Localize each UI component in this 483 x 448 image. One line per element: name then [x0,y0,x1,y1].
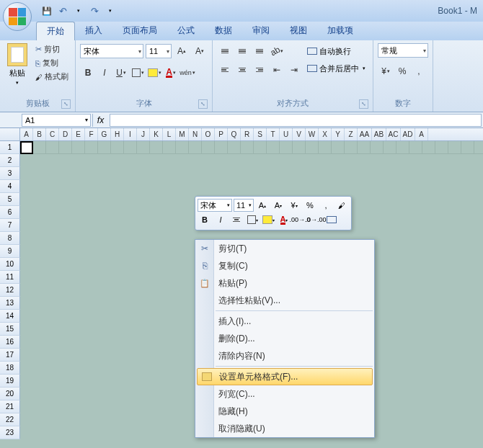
mini-format-painter[interactable] [334,199,349,212]
mini-grow-font[interactable]: A▴ [255,199,270,212]
align-center-button[interactable] [234,62,250,78]
row-header[interactable]: 20 [0,387,20,400]
cut-button[interactable]: 剪切 [33,43,71,55]
font-launcher[interactable]: ⤡ [198,99,208,109]
row-header[interactable]: 5 [0,193,20,206]
comma-button[interactable]: , [411,63,427,79]
row-header[interactable]: 6 [0,206,20,219]
accounting-button[interactable]: ¥ [378,63,394,79]
border-button[interactable] [130,65,146,81]
row-header[interactable]: 2 [0,154,20,167]
col-header[interactable]: S [254,128,267,140]
col-header[interactable]: M [176,128,189,140]
row-header[interactable]: 17 [0,349,20,362]
ctx-format-cells[interactable]: 设置单元格格式(F)... [197,368,373,385]
ctx-paste[interactable]: 粘贴(P) [195,274,374,292]
indent-decrease-button[interactable]: ⇤ [269,62,285,78]
col-header[interactable]: L [163,128,176,140]
ctx-cut[interactable]: 剪切(T) [195,240,374,257]
paste-button[interactable]: 粘贴 ▾ [4,43,30,97]
col-header[interactable]: Q [228,128,241,140]
col-header[interactable]: G [98,128,111,140]
row-header[interactable]: 1 [0,141,20,154]
orientation-button[interactable]: ab [269,43,285,59]
mini-align-center[interactable] [229,213,244,226]
col-header[interactable]: AB [372,128,386,140]
align-left-button[interactable] [217,62,233,78]
undo-dropdown[interactable]: ▾ [72,4,85,17]
col-header[interactable]: U [280,128,293,140]
ctx-unhide[interactable]: 取消隐藏(U) [195,420,374,437]
ctx-delete[interactable]: 删除(D)... [195,330,374,347]
copy-button[interactable]: 复制 [33,57,71,69]
col-header[interactable]: W [306,128,319,140]
row-header[interactable]: 10 [0,258,20,271]
fill-color-button[interactable] [146,65,162,81]
ctx-insert[interactable]: 插入(I)... [195,313,374,330]
row-header[interactable]: 15 [0,323,20,336]
row-header[interactable]: 14 [0,310,20,323]
align-launcher[interactable]: ⤡ [359,99,368,109]
mini-size-dropdown[interactable]: 11 [234,199,254,212]
col-header[interactable]: Y [332,128,345,140]
cells-area[interactable] [20,154,483,167]
col-header[interactable]: F [85,128,98,140]
mini-comma[interactable]: , [319,199,333,212]
wrap-text-button[interactable]: 自动换行 [304,43,368,59]
grow-font-button[interactable]: A▴ [174,43,190,59]
row-header[interactable]: 7 [0,219,20,232]
row-header[interactable]: 8 [0,232,20,245]
col-header[interactable]: O [202,128,215,140]
col-header[interactable]: X [319,128,332,140]
formula-input[interactable] [110,114,482,127]
align-bottom-button[interactable] [252,43,267,59]
mini-percent[interactable]: % [303,199,317,212]
align-middle-button[interactable] [234,43,250,59]
ctx-paste-special[interactable]: 选择性粘贴(V)... [195,292,374,309]
col-header[interactable]: Z [345,128,358,140]
bold-button[interactable]: B [80,65,96,81]
underline-button[interactable]: U [113,65,129,81]
tab-data[interactable]: 数据 [205,22,242,40]
align-right-button[interactable] [252,62,267,78]
col-header[interactable]: AA [358,128,372,140]
name-box[interactable]: A1 [22,114,91,127]
tab-insert[interactable]: 插入 [75,22,112,40]
cells-area[interactable] [20,167,483,180]
undo-icon[interactable] [56,4,69,17]
row-header[interactable]: 4 [0,180,20,193]
mini-accounting[interactable]: ¥▾ [287,199,301,212]
mini-inc-decimal[interactable]: .0→.00 [309,213,323,226]
col-header[interactable]: AC [386,128,401,140]
col-header[interactable]: K [150,128,163,140]
align-top-button[interactable] [217,43,233,59]
tab-view[interactable]: 视图 [280,22,317,40]
col-header[interactable]: A [415,128,428,140]
col-header[interactable]: T [267,128,280,140]
tab-page-layout[interactable]: 页面布局 [112,22,167,40]
row-header[interactable]: 12 [0,284,20,297]
row-header[interactable]: 19 [0,375,20,387]
font-size-dropdown[interactable]: 11 [146,44,172,58]
merge-center-button[interactable]: 合并后居中▾ [304,61,368,76]
clipboard-launcher[interactable]: ⤡ [61,99,71,109]
row-header[interactable]: 21 [0,400,20,413]
col-header[interactable]: N [189,128,202,140]
mini-border[interactable]: ▾ [245,213,260,226]
shrink-font-button[interactable]: A▾ [192,43,208,59]
indent-increase-button[interactable]: ⇥ [286,62,302,78]
number-format-dropdown[interactable]: 常规 [378,43,428,58]
mini-bold[interactable]: B [198,213,212,226]
cells-area[interactable] [20,141,483,154]
percent-button[interactable]: % [394,63,410,79]
mini-fill[interactable]: ▾ [261,213,275,226]
col-header[interactable]: I [124,128,137,140]
tab-home[interactable]: 开始 [36,22,75,40]
ctx-copy[interactable]: 复制(C) [195,257,374,274]
col-header[interactable]: V [293,128,306,140]
fx-button[interactable]: fx [92,114,108,127]
row-header[interactable]: 9 [0,245,20,258]
col-header[interactable]: J [137,128,150,140]
font-color-button[interactable]: A [163,65,179,81]
col-header[interactable]: D [59,128,72,140]
